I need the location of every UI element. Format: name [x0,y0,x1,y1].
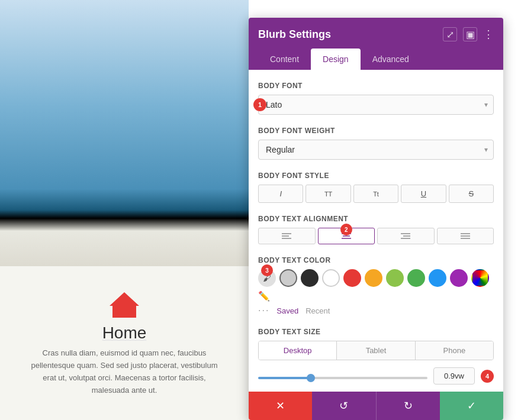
color-swatch-gradient[interactable] [471,269,489,287]
badge-2: 2 [340,224,352,235]
badge-1: 1 [253,98,266,111]
align-justify-button[interactable] [437,228,494,244]
panel-footer: ✕ ↺ ↻ ✓ [249,392,503,420]
body-font-style-section: Body Font Style I TT Tt U S [258,172,494,203]
badge-3-color[interactable]: 3 🖌 [258,269,276,287]
save-button[interactable]: ✓ [440,392,503,420]
badge-4: 4 [481,370,494,383]
recent-tab[interactable]: Recent [305,306,330,315]
body-text-alignment-label: Body Text Alignment [258,215,494,223]
body-text-size-section: Body Text Size Desktop Tablet Phone 4 [258,328,494,385]
body-font-style-label: Body Font Style [258,172,494,180]
home-title: Home [102,324,147,343]
save-icon: ✓ [467,399,476,412]
edit-color-icon[interactable]: ✏️ [258,290,270,302]
color-swatch-gray[interactable] [279,269,297,287]
home-icon [107,289,142,319]
device-tab-tablet[interactable]: Tablet [337,341,415,360]
align-center-button[interactable]: 2 [318,228,375,244]
align-right-button[interactable] [377,228,435,244]
color-swatch-red[interactable] [343,269,361,287]
text-size-value[interactable] [433,367,475,385]
redo-button[interactable]: ↻ [376,392,440,420]
body-text-color-label: Body Text Color [258,256,494,264]
color-swatch-white[interactable] [322,269,340,287]
tab-advanced[interactable]: Advanced [361,49,421,70]
more-options-icon[interactable]: ⋮ [483,28,494,41]
color-swatch-green[interactable] [407,269,425,287]
home-section: Home Cras nulla diam, euismod id quam ne… [0,266,249,420]
body-font-weight-section: Body Font Weight Regular ▾ [258,127,494,160]
text-size-slider-row: 4 [258,367,494,385]
panel-title: Blurb Settings [258,28,331,41]
svg-rect-1 [120,310,129,318]
color-swatch-purple[interactable] [450,269,468,287]
color-swatch-orange[interactable] [365,269,382,287]
color-swatch-dark[interactable] [301,269,319,287]
panel-body: Body Font 1 Lato ▾ Body Font Weight Regu… [249,70,503,392]
text-size-slider-wrapper [258,371,427,382]
blurb-settings-panel: Blurb Settings ⤢ ▣ ⋮ Content Design Adva… [249,18,503,420]
strikethrough-button[interactable]: S [449,185,494,203]
color-swatch-blue[interactable] [429,269,446,287]
body-font-label: Body Font [258,82,494,90]
underline-button[interactable]: U [401,185,446,203]
text-size-slider[interactable] [258,377,427,379]
uppercase-button[interactable]: TT [305,185,350,203]
device-tab-phone[interactable]: Phone [416,341,493,360]
tab-design[interactable]: Design [311,49,361,70]
color-swatches: 3 🖌 ✏️ [258,269,494,302]
align-left-button[interactable] [258,228,316,244]
panel-tabs: Content Design Advanced [258,49,494,70]
panel-icon-group: ⤢ ▣ ⋮ [443,27,494,41]
device-tabs: Desktop Tablet Phone [258,341,494,360]
body-font-select[interactable]: Lato [258,95,494,115]
italic-button[interactable]: I [258,185,303,203]
saved-tab[interactable]: Saved [276,306,298,315]
cancel-button[interactable]: ✕ [249,392,312,420]
color-saved-row: ··· Saved Recent [258,305,494,316]
device-tab-desktop[interactable]: Desktop [259,341,337,360]
redo-icon: ↻ [404,399,413,412]
font-style-buttons: I TT Tt U S [258,185,494,203]
home-text: Cras nulla diam, euismod id quam nec, fa… [18,347,231,396]
undo-icon: ↺ [339,399,348,412]
body-font-section: Body Font 1 Lato ▾ [258,82,494,115]
body-text-size-label: Body Text Size [258,328,494,336]
undo-button[interactable]: ↺ [312,392,375,420]
split-icon[interactable]: ▣ [463,27,477,41]
cancel-icon: ✕ [276,399,285,412]
align-buttons: 2 [258,228,494,244]
more-colors-dots[interactable]: ··· [258,305,269,316]
badge-3: 3 [261,264,273,276]
tab-content[interactable]: Content [258,49,311,70]
body-font-weight-label: Body Font Weight [258,127,494,135]
body-text-color-section: Body Text Color 3 🖌 ✏️ ··· [258,256,494,316]
fullscreen-icon[interactable]: ⤢ [443,27,457,41]
color-swatch-lime[interactable] [386,269,404,287]
body-font-weight-select[interactable]: Regular [258,140,494,160]
capitalize-button[interactable]: Tt [353,185,398,203]
panel-header: Blurb Settings ⤢ ▣ ⋮ Content Design Adva… [249,18,503,70]
body-text-alignment-section: Body Text Alignment 2 [258,215,494,244]
